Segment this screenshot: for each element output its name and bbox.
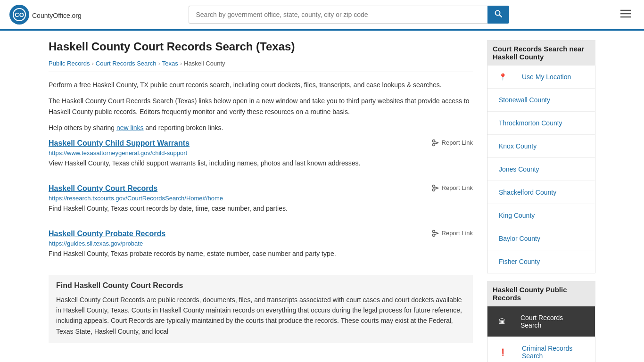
public-records-header: Haskell County Public Records: [487, 281, 595, 306]
breadcrumb-public-records[interactable]: Public Records: [49, 60, 90, 67]
find-section-desc: Haskell County Court Records are public …: [56, 295, 465, 337]
sidebar: Court Records Search near Haskell County…: [487, 40, 595, 362]
nearby-item-label: Jones County: [493, 162, 545, 177]
public-records-label: Criminal Records Search: [516, 341, 589, 362]
site-logo[interactable]: CO CountyOffice.org: [9, 5, 82, 25]
breadcrumb-sep-1: ›: [91, 60, 93, 67]
record-title-link[interactable]: Haskell County Court Records: [49, 184, 157, 193]
record-desc: Find Haskell County, Texas court records…: [49, 204, 473, 214]
page-title: Haskell County Court Records Search (Tex…: [49, 40, 473, 53]
nearby-item-label: Fisher County: [493, 254, 545, 269]
public-records-list-item: 🏛 Court Records Search: [487, 306, 595, 337]
nearby-list-item: Throckmorton County: [487, 112, 595, 135]
record-url: https://guides.sll.texas.gov/probate: [49, 240, 473, 247]
logo-icon: CO: [9, 5, 29, 25]
public-records-icon: ❗: [493, 345, 512, 360]
record-item: Haskell County Child Support Warrants Re…: [49, 139, 473, 173]
breadcrumb-texas[interactable]: Texas: [162, 60, 178, 67]
nearby-item-label: Shackelford County: [493, 185, 562, 200]
description-para-1: Perform a free Haskell County, TX public…: [49, 80, 473, 90]
nearby-list-item: Shackelford County: [487, 181, 595, 204]
record-item: Haskell County Probate Records Report Li…: [49, 230, 473, 263]
record-desc: View Haskell County, Texas child support…: [49, 158, 473, 168]
nearby-item-label: Use My Location: [516, 69, 577, 84]
record-title-row: Haskell County Probate Records Report Li…: [49, 230, 473, 238]
nearby-county-link[interactable]: Fisher County: [487, 250, 595, 273]
search-input[interactable]: [189, 6, 487, 24]
search-icon: [495, 10, 502, 17]
find-section: Find Haskell County Court Records Haskel…: [49, 275, 473, 344]
nearby-item-label: Knox County: [493, 139, 542, 154]
record-title-row: Haskell County Court Records Report Link: [49, 184, 473, 193]
breadcrumb-sep-2: ›: [158, 60, 160, 67]
nearby-list-item: 📍 Use My Location: [487, 66, 595, 89]
record-url: https://www.texasattorneygeneral.gov/chi…: [49, 149, 473, 156]
description-para-3: Help others by sharing new links and rep…: [49, 123, 473, 133]
nearby-county-link[interactable]: Throckmorton County: [487, 112, 595, 134]
new-links-link[interactable]: new links: [116, 124, 144, 132]
nearby-list: 📍 Use My Location Stonewall County Throc…: [487, 66, 595, 273]
svg-point-12: [432, 189, 435, 191]
svg-point-8: [432, 143, 435, 146]
hamburger-menu-button[interactable]: [617, 7, 635, 23]
breadcrumb-sep-3: ›: [180, 60, 182, 67]
record-desc: Find Haskell County, Texas probate recor…: [49, 249, 473, 259]
report-link-button[interactable]: Report Link: [432, 230, 473, 237]
svg-point-11: [432, 185, 435, 187]
scissors-icon: [432, 139, 439, 147]
nearby-county-link[interactable]: Jones County: [487, 158, 595, 181]
nearby-item-label: Stonewall County: [493, 92, 556, 107]
svg-line-18: [435, 233, 438, 235]
record-url: https://research.txcourts.gov/CourtRecor…: [49, 195, 473, 202]
nearby-list-item: Knox County: [487, 135, 595, 158]
record-title-link[interactable]: Haskell County Probate Records: [49, 230, 165, 238]
search-area: [189, 6, 509, 24]
public-records-label: Court Records Search: [515, 310, 589, 333]
use-my-location-link[interactable]: 📍 Use My Location: [487, 66, 595, 88]
report-link-button[interactable]: Report Link: [432, 184, 473, 192]
nearby-list-item: King County: [487, 204, 595, 227]
breadcrumb-current: Haskell County: [184, 60, 225, 67]
nearby-item-label: Throckmorton County: [493, 115, 568, 131]
public-records-list: 🏛 Court Records Search ❗ Criminal Record…: [487, 306, 595, 362]
svg-line-10: [435, 143, 438, 144]
record-item: Haskell County Court Records Report Link…: [49, 184, 473, 218]
svg-point-16: [432, 234, 435, 236]
nearby-county-link[interactable]: Knox County: [487, 135, 595, 157]
search-button[interactable]: [487, 6, 509, 24]
svg-point-15: [432, 230, 435, 232]
breadcrumb-court-records-search[interactable]: Court Records Search: [96, 60, 157, 67]
nearby-header: Court Records Search near Haskell County: [487, 40, 595, 66]
public-records-link[interactable]: 🏛 Court Records Search: [487, 306, 595, 337]
nearby-list-item: Jones County: [487, 158, 595, 181]
public-records-link[interactable]: ❗ Criminal Records Search: [487, 337, 595, 362]
main-container: Haskell County Court Records Search (Tex…: [39, 31, 605, 362]
record-list: Haskell County Child Support Warrants Re…: [49, 139, 473, 263]
find-section-title: Find Haskell County Court Records: [56, 281, 465, 290]
location-icon: 📍: [493, 69, 512, 84]
report-link-button[interactable]: Report Link: [432, 139, 473, 147]
record-title-link[interactable]: Haskell County Child Support Warrants: [49, 139, 190, 148]
svg-text:CO: CO: [15, 11, 24, 18]
nearby-county-link[interactable]: Stonewall County: [487, 89, 595, 111]
nearby-item-label: Baylor County: [493, 231, 546, 246]
nearby-list-item: Stonewall County: [487, 89, 595, 112]
content-area: Haskell County Court Records Search (Tex…: [49, 40, 473, 362]
scissors-icon: [432, 184, 439, 192]
svg-point-7: [432, 140, 435, 142]
nearby-section: Court Records Search near Haskell County…: [487, 40, 595, 273]
nearby-county-link[interactable]: King County: [487, 204, 595, 227]
description-para-2: The Haskell County Court Records Search …: [49, 96, 473, 117]
nearby-county-link[interactable]: Baylor County: [487, 227, 595, 250]
nearby-county-link[interactable]: Shackelford County: [487, 181, 595, 204]
public-records-section: Haskell County Public Records 🏛 Court Re…: [487, 281, 595, 362]
public-records-icon: 🏛: [493, 314, 511, 329]
svg-line-3: [500, 15, 502, 17]
scissors-icon: [432, 230, 439, 237]
public-records-list-item: ❗ Criminal Records Search: [487, 337, 595, 362]
logo-text: CountyOffice.org: [32, 9, 82, 20]
breadcrumb: Public Records › Court Records Search › …: [49, 60, 473, 72]
nearby-list-item: Fisher County: [487, 250, 595, 273]
record-title-row: Haskell County Child Support Warrants Re…: [49, 139, 473, 148]
site-header: CO CountyOffice.org: [0, 0, 644, 31]
